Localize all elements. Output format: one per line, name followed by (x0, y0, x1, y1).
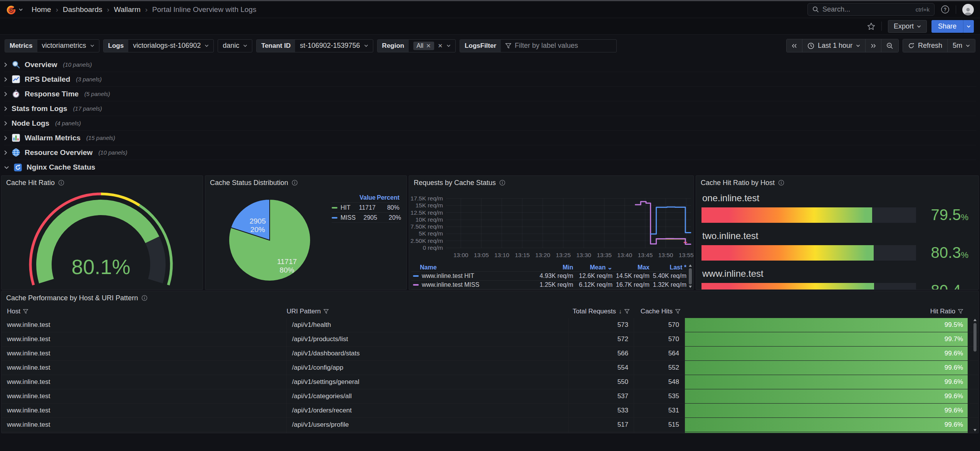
column-header-hit-ratio[interactable]: Hit Ratio (685, 305, 968, 318)
scroll-down-icon[interactable] (973, 429, 977, 431)
logs-variable: Logs victorialogs-st-106902 (103, 39, 214, 52)
legend-stat: 16.7K req/m (612, 281, 649, 288)
star-dashboard-button[interactable] (867, 22, 875, 30)
cell-cache-hits: 535 (634, 389, 685, 403)
row-overview[interactable]: Overview(10 panels) (4, 57, 976, 72)
breadcrumb-home[interactable]: Home (32, 5, 51, 14)
info-icon[interactable] (292, 180, 298, 186)
table-row[interactable]: www.inline.test/api/v1/health57357099.5% (2, 318, 978, 332)
pie-legend-header: ValuePercent (332, 193, 399, 203)
column-header-host[interactable]: Host (2, 305, 287, 318)
node-value-dropdown[interactable]: danic (218, 40, 252, 52)
legend-header-name[interactable]: Name (411, 264, 536, 271)
breadcrumb-wallarm[interactable]: Wallarm (114, 5, 141, 14)
info-icon[interactable] (778, 180, 784, 186)
info-icon[interactable] (499, 180, 505, 186)
table-row[interactable]: www.inline.test/api/v1/config/app5545529… (2, 361, 978, 375)
scroll-up-icon[interactable] (973, 319, 977, 321)
x-axis-tick: 13:40 (617, 252, 632, 258)
sort-desc-icon: ↓ (619, 308, 622, 315)
share-button[interactable]: Share (931, 20, 963, 33)
panel-title[interactable]: Cache Hit Ratio by Host (701, 179, 775, 187)
legend-series-miss[interactable]: MISS (332, 214, 356, 221)
funnel-icon[interactable] (324, 309, 329, 314)
funnel-icon[interactable] (675, 309, 680, 314)
zoom-out-time-button[interactable] (881, 39, 898, 52)
cell-host: www.inline.test (2, 332, 287, 346)
legend-header-last[interactable]: Last * (649, 264, 686, 271)
row-rps-detailed[interactable]: RPS Detailed(3 panels) (4, 72, 976, 87)
legend-header-percent[interactable]: Percent (376, 194, 399, 201)
legend-series-name[interactable]: www.inline.test HIT (411, 273, 536, 279)
logsfilter-input[interactable]: Filter by label values (501, 40, 616, 52)
refresh-interval-dropdown[interactable]: 5m (947, 39, 975, 52)
info-icon[interactable] (141, 295, 148, 301)
grafana-logo-menu[interactable] (6, 5, 23, 15)
star-icon (867, 22, 875, 30)
panel-title[interactable]: Requests by Cache Status (414, 179, 496, 187)
user-profile-button[interactable] (962, 4, 974, 15)
row-wallarm-metrics[interactable]: Wallarm Metrics(15 panels) (4, 131, 976, 145)
table-row[interactable]: www.inline.test/api/v1/users/profile5175… (2, 418, 978, 432)
column-header-total-requests[interactable]: Total Requests ↓ (569, 305, 634, 318)
legend-header-min[interactable]: Min (536, 264, 573, 271)
export-button[interactable]: Export (888, 20, 927, 33)
row-response-time[interactable]: Response Time(5 panels) (4, 87, 976, 101)
funnel-icon[interactable] (624, 309, 629, 314)
legend-header-max[interactable]: Max (612, 264, 649, 271)
scroll-up-icon[interactable] (689, 264, 692, 267)
clear-region-icon[interactable]: ✕ (438, 42, 443, 49)
nginx-cache-panels: Cache Hit Ratio 80.1% Cache Status Distr… (0, 175, 980, 290)
metrics-value-dropdown[interactable]: victoriametrics (37, 40, 99, 52)
cell-hit-ratio: 99.6% (685, 347, 968, 360)
time-shift-forward-button[interactable] (865, 39, 881, 52)
region-all-chip[interactable]: All ✕ (413, 42, 434, 50)
pie-legend-row: MISS290520% (332, 213, 399, 223)
row-node-logs[interactable]: Node Logs(4 panels) (4, 116, 976, 131)
scrollbar-thumb[interactable] (689, 268, 692, 284)
panel-title[interactable]: Cache Hit Ratio (6, 179, 55, 187)
panel-title[interactable]: Cache Performance by Host & URI Pattern (6, 294, 138, 302)
hit-ratio-bar: 99.6% (685, 418, 968, 432)
share-split-button: Share (931, 20, 974, 33)
legend-header-mean[interactable]: Mean ⌄ (573, 264, 612, 271)
legend-stat: 12.6K req/m (573, 273, 612, 279)
panel-cache-status-distribution: Cache Status Distribution 1171780%290520… (205, 175, 407, 290)
tenant-value-dropdown[interactable]: st-106902-1539756 (295, 40, 373, 52)
cell-uri-pattern: /api/v1/categories/all (287, 389, 569, 403)
legend-header-value[interactable]: Value (354, 194, 376, 201)
share-menu-button[interactable] (963, 20, 974, 33)
legend-series-hit[interactable]: HIT (332, 204, 354, 211)
row-nginx-cache-status[interactable]: Nginx Cache Status (4, 160, 976, 175)
chevron-down-icon[interactable] (446, 44, 451, 47)
time-shift-back-button[interactable] (787, 39, 802, 52)
legend-series-name[interactable]: www.inline.test MISS (411, 281, 536, 288)
table-row[interactable]: www.inline.test/api/v1/dashboard/stats56… (2, 347, 978, 361)
hit-ratio-bar: 99.6% (685, 389, 968, 403)
row-resource-overview[interactable]: Resource Overview(10 panels) (4, 145, 976, 160)
legend-scrollbar[interactable] (688, 264, 692, 288)
table-row[interactable]: www.inline.test/api/v1/categories/all537… (2, 389, 978, 404)
row-stats-from-logs[interactable]: Stats from Logs(17 panels) (4, 101, 976, 116)
logs-value-dropdown[interactable]: victorialogs-st-106902 (128, 40, 213, 52)
table-row[interactable]: www.inline.test/api/v1/orders/recent5335… (2, 404, 978, 418)
funnel-icon[interactable] (958, 309, 963, 314)
breadcrumb-dashboards[interactable]: Dashboards (63, 5, 102, 14)
table-scrollbar[interactable] (973, 319, 977, 431)
time-range-picker[interactable]: Last 1 hour (802, 39, 865, 52)
info-icon[interactable] (58, 180, 64, 186)
search-input[interactable]: Search... ctrl+k (807, 3, 935, 16)
help-button[interactable]: ? (941, 5, 950, 14)
column-header-uri-pattern[interactable]: URI Pattern (287, 305, 569, 318)
refresh-button[interactable]: Refresh (903, 39, 947, 52)
remove-region-icon[interactable]: ✕ (426, 42, 431, 49)
logs-label: Logs (104, 40, 129, 52)
table-row[interactable]: www.inline.test/api/v1/settings/general5… (2, 375, 978, 389)
legend-stat: 1.32K req/m (649, 281, 686, 288)
table-row[interactable]: www.inline.test/api/v1/products/list5725… (2, 332, 978, 347)
funnel-icon[interactable] (23, 309, 28, 314)
scrollbar-thumb[interactable] (973, 323, 977, 352)
panel-title[interactable]: Cache Status Distribution (210, 179, 288, 187)
scroll-down-icon[interactable] (689, 286, 692, 288)
column-header-cache-hits[interactable]: Cache Hits (634, 305, 685, 318)
